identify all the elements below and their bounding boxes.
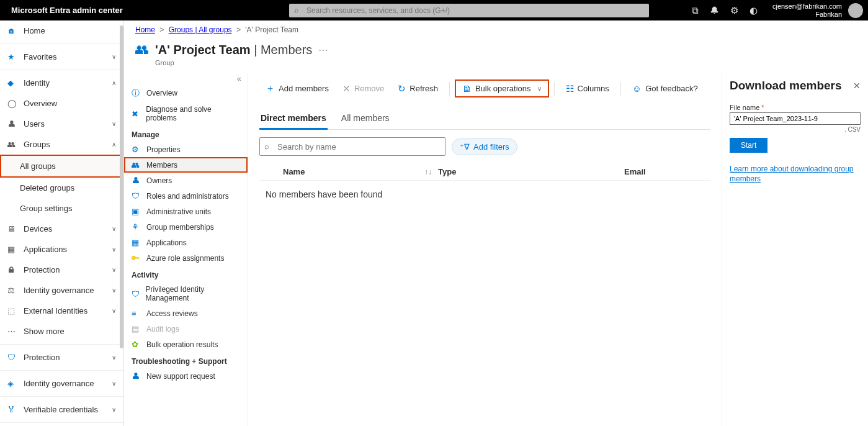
start-button[interactable]: Start — [730, 138, 767, 153]
top-bar: Microsoft Entra admin center ⌕ ⧉ 🔔︎ ⚙ ◐ … — [0, 0, 868, 20]
nav-external-identities[interactable]: ⬚ External Identities ∨ — [0, 301, 123, 321]
subnav-audit-logs[interactable]: ▤Audit logs — [124, 321, 248, 337]
learn-more-link[interactable]: Learn more about downloading group membe… — [730, 164, 861, 184]
nav-group-settings[interactable]: Group settings — [0, 198, 123, 219]
nav-protection2[interactable]: 🛡︎ Protection ∨ — [0, 347, 123, 368]
nav-protection[interactable]: 🔒︎ Protection ∨ — [0, 260, 123, 280]
properties-icon: ⚙ — [132, 145, 141, 154]
subnav-bulk-results[interactable]: ✿Bulk operation results — [124, 337, 248, 352]
subnav-members[interactable]: 👥︎Members — [124, 157, 248, 173]
key-icon: 🔑︎ — [132, 253, 141, 263]
col-name-header[interactable]: Name — [283, 167, 305, 176]
subnav-owners[interactable]: 👤︎Owners — [124, 173, 248, 188]
grid-header: Name ↑↓ Type Email — [259, 163, 710, 181]
nav-identity-governance[interactable]: ⚖ Identity governance ∨ — [0, 280, 123, 301]
breadcrumb-groups[interactable]: Groups | All groups — [169, 25, 232, 34]
nav-label: Protection — [24, 353, 60, 362]
main-content: ＋Add members ✕Remove ↻Refresh 🗎Bulk oper… — [248, 73, 722, 426]
settings-icon[interactable]: ⚙ — [730, 5, 738, 16]
subnav-group-memberships[interactable]: ⚘Group memberships — [124, 219, 248, 235]
nav-label: Applications — [24, 245, 67, 254]
nav-label: Devices — [24, 224, 52, 233]
account-email: cjensen@fabrikan.com — [772, 2, 842, 11]
columns-button[interactable]: ☷Columns — [560, 79, 615, 98]
breadcrumb-home[interactable]: Home — [135, 25, 155, 34]
refresh-button[interactable]: ↻Refresh — [391, 79, 444, 98]
subnav-label: Roles and administrators — [146, 192, 229, 201]
scrollbar[interactable] — [120, 25, 123, 348]
chevron-down-icon: ∨ — [112, 406, 116, 413]
nav-all-groups[interactable]: All groups — [0, 155, 123, 178]
col-email-header[interactable]: Email — [624, 167, 705, 176]
member-search-input[interactable] — [259, 137, 445, 156]
x-icon: ✕ — [342, 83, 351, 94]
close-panel-button[interactable]: ✕ — [853, 81, 861, 91]
subnav-roles[interactable]: 🛡︎Roles and administrators — [124, 188, 248, 204]
subnav-label: Applications — [146, 238, 187, 247]
filter-plus-icon: ⁺∇ — [460, 142, 470, 152]
nav-label: Overview — [24, 99, 57, 108]
page-subtitle: Group — [124, 59, 868, 73]
subnav-new-support[interactable]: 👤︎New support request — [124, 368, 248, 384]
feedback-button[interactable]: ☺Got feedback? — [626, 79, 704, 97]
file-name-input[interactable] — [730, 112, 861, 125]
nav-show-more[interactable]: ⋯ Show more — [0, 321, 123, 342]
subnav-overview[interactable]: ⓘOverview — [124, 84, 248, 102]
nav-groups[interactable]: 👥︎ Groups ∧ — [0, 134, 123, 155]
command-bar: ＋Add members ✕Remove ↻Refresh 🗎Bulk oper… — [259, 73, 710, 103]
tab-direct-members[interactable]: Direct members — [259, 109, 328, 130]
star-icon: ★ — [7, 52, 17, 61]
collapse-subnav-button[interactable]: « — [124, 73, 248, 84]
support-icon: 👤︎ — [132, 371, 141, 381]
subnav-admin-units[interactable]: ▣Administrative units — [124, 204, 248, 219]
chevron-down-icon: ∨ — [112, 225, 116, 232]
nav-verifiable-credentials[interactable]: 🏅︎ Verifiable credentials ∨ — [0, 399, 123, 420]
global-search-input[interactable] — [289, 4, 649, 17]
nav-favorites[interactable]: ★ Favorites ∨ — [0, 47, 123, 67]
nav-identity[interactable]: ◆ Identity ∧ — [0, 73, 123, 93]
nav-home[interactable]: 🏠︎ Home — [0, 20, 123, 41]
nav-identity-governance2[interactable]: ◈ Identity governance ∨ — [0, 373, 123, 394]
separator — [449, 82, 450, 96]
bulk-operations-button[interactable]: 🗎Bulk operations∨ — [455, 79, 549, 97]
tab-all-members[interactable]: All members — [340, 109, 391, 129]
notifications-icon[interactable]: 🔔︎ — [710, 5, 719, 16]
nav-label: Verifiable credentials — [24, 405, 98, 414]
subnav-diagnose[interactable]: ✖Diagnose and solve problems — [124, 102, 248, 125]
sort-icon[interactable]: ↑↓ — [424, 168, 432, 176]
search-icon: ⌕ — [294, 6, 298, 14]
nav-applications[interactable]: ▦ Applications ∨ — [0, 239, 123, 260]
btn-label: Columns — [578, 84, 609, 93]
subnav-label: Members — [146, 161, 177, 170]
account-block[interactable]: cjensen@fabrikan.com Fabrikan — [766, 2, 848, 19]
more-menu-icon[interactable]: ⋯ — [318, 44, 328, 56]
breadcrumb-current: 'A' Project Team — [245, 25, 298, 34]
cloudshell-icon[interactable]: ⧉ — [692, 5, 699, 16]
page-title-primary: 'A' Project Team — [155, 43, 251, 57]
nav-label: Identity governance — [24, 379, 94, 388]
users-icon: 👤︎ — [7, 119, 17, 129]
nav-label: All groups — [20, 161, 56, 171]
subnav-pim[interactable]: 🛡︎Privileged Identity Management — [124, 282, 248, 306]
nav-devices[interactable]: 🖥︎ Devices ∨ — [0, 219, 123, 239]
add-filters-button[interactable]: ⁺∇ Add filters — [452, 138, 517, 155]
columns-icon: ☷ — [566, 83, 574, 94]
shield-icon: 🛡︎ — [7, 353, 17, 362]
nav-users[interactable]: 👤︎ Users ∨ — [0, 114, 123, 134]
col-type-header[interactable]: Type — [438, 167, 624, 176]
subnav-access-reviews[interactable]: ≡Access reviews — [124, 306, 248, 321]
subnav-properties[interactable]: ⚙Properties — [124, 142, 248, 157]
subnav-applications[interactable]: ▦Applications — [124, 235, 248, 250]
nav-label: External Identities — [24, 306, 87, 315]
nav-deleted-groups[interactable]: Deleted groups — [0, 178, 123, 198]
remove-button[interactable]: ✕Remove — [336, 79, 390, 98]
nav-overview[interactable]: ◯ Overview — [0, 93, 123, 114]
add-members-button[interactable]: ＋Add members — [259, 79, 335, 98]
chevron-down-icon: ∨ — [112, 246, 116, 253]
avatar[interactable] — [848, 3, 863, 18]
devices-icon: 🖥︎ — [7, 224, 17, 233]
subnav-azure-role[interactable]: 🔑︎Azure role assignments — [124, 250, 248, 266]
file-name-label: File name * — [730, 104, 861, 111]
chevron-down-icon: ∨ — [537, 85, 542, 92]
help-icon[interactable]: ◐ — [749, 5, 758, 16]
